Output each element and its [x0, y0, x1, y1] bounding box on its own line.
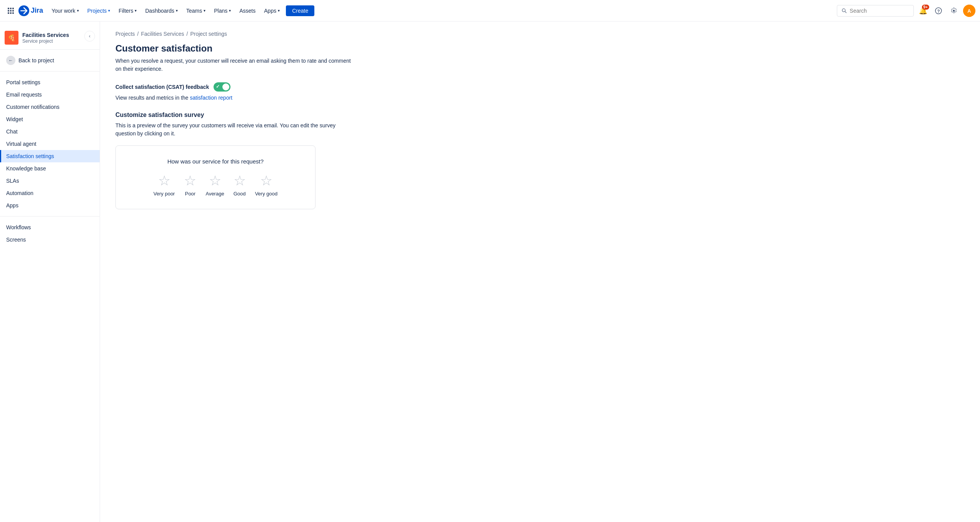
star-icon-2: ☆: [184, 174, 196, 188]
notifications-button[interactable]: 🔔 9+: [917, 5, 929, 17]
sidebar-nav-2: Workflows Screens: [0, 220, 100, 247]
chevron-down-icon: ▾: [135, 8, 137, 13]
svg-rect-3: [8, 10, 9, 12]
sidebar-item-automation[interactable]: Automation: [0, 187, 100, 199]
star-poor[interactable]: ☆ Poor: [184, 174, 196, 197]
star-very-poor[interactable]: ☆ Very poor: [154, 174, 175, 197]
nav-filters[interactable]: Filters ▾: [115, 5, 140, 16]
sidebar-item-screens[interactable]: Screens: [0, 233, 100, 246]
breadcrumb: Projects / Facilities Services / Project…: [115, 31, 965, 37]
sidebar-item-apps[interactable]: Apps: [0, 199, 100, 212]
sidebar: 🍕 Facilities Services Service project ‹ …: [0, 22, 100, 522]
survey-preview[interactable]: How was our service for this request? ☆ …: [115, 145, 316, 209]
create-button[interactable]: Create: [286, 5, 314, 16]
svg-rect-0: [8, 8, 9, 9]
svg-rect-1: [10, 8, 12, 9]
chevron-down-icon: ▾: [176, 8, 178, 13]
collect-row-description: View results and metrics in the satisfac…: [115, 95, 965, 101]
breadcrumb-current: Project settings: [190, 31, 227, 37]
csat-toggle[interactable]: ✓: [214, 82, 230, 92]
sidebar-item-virtual-agent[interactable]: Virtual agent: [0, 138, 100, 150]
main-content: Projects / Facilities Services / Project…: [100, 22, 980, 522]
settings-button[interactable]: [948, 5, 960, 17]
svg-text:?: ?: [937, 8, 940, 13]
notification-badge: 9+: [922, 5, 929, 10]
survey-section-title: Customize satisfaction survey: [115, 112, 965, 118]
nav-dashboards[interactable]: Dashboards ▾: [141, 5, 182, 16]
project-name: Facilities Services: [22, 32, 84, 38]
toggle-check-icon: ✓: [216, 84, 220, 89]
star-icon-5: ☆: [260, 174, 272, 188]
logo-text: Jira: [31, 7, 43, 15]
star-good[interactable]: ☆ Good: [234, 174, 246, 197]
svg-rect-4: [10, 10, 12, 12]
sidebar-item-email-requests[interactable]: Email requests: [0, 88, 100, 101]
star-label-4: Good: [234, 191, 246, 197]
search-input[interactable]: [850, 8, 909, 14]
back-label: Back to project: [18, 57, 54, 63]
sidebar-item-slas[interactable]: SLAs: [0, 175, 100, 187]
jira-logo[interactable]: Jira: [18, 5, 43, 16]
survey-question-text[interactable]: How was our service for this request?: [131, 158, 300, 165]
sidebar-item-satisfaction-settings[interactable]: Satisfaction settings: [0, 150, 100, 162]
sidebar-item-portal-settings[interactable]: Portal settings: [0, 76, 100, 88]
project-header: 🍕 Facilities Services Service project: [5, 31, 84, 45]
sidebar-collapse-button[interactable]: ‹: [84, 31, 95, 42]
star-icon-4: ☆: [234, 174, 246, 188]
sidebar-item-knowledge-base[interactable]: Knowledge base: [0, 162, 100, 175]
sidebar-item-workflows[interactable]: Workflows: [0, 221, 100, 233]
page-description: When you resolve a request, your custome…: [115, 57, 354, 73]
star-icon-1: ☆: [158, 174, 170, 188]
nav-teams[interactable]: Teams ▾: [182, 5, 209, 16]
nav-items: Your work ▾ Projects ▾ Filters ▾ Dashboa…: [48, 5, 835, 16]
svg-rect-2: [12, 8, 14, 9]
svg-rect-5: [12, 10, 14, 12]
collect-satisfaction-label: Collect satisfaction (CSAT) feedback: [115, 84, 209, 90]
sidebar-item-customer-notifications[interactable]: Customer notifications: [0, 101, 100, 113]
star-label-5: Very good: [255, 191, 278, 197]
nav-apps[interactable]: Apps ▾: [260, 5, 284, 16]
search-box[interactable]: [837, 5, 914, 17]
nav-assets[interactable]: Assets: [235, 5, 259, 16]
logo-icon: [18, 5, 29, 16]
sidebar-item-widget[interactable]: Widget: [0, 113, 100, 125]
sidebar-divider-1: [0, 49, 100, 50]
sidebar-divider-3: [0, 216, 100, 217]
survey-section-description: This is a preview of the survey your cus…: [115, 122, 354, 138]
svg-rect-6: [8, 12, 9, 14]
help-button[interactable]: ?: [932, 5, 945, 17]
star-icon-3: ☆: [209, 174, 221, 188]
star-label-1: Very poor: [154, 191, 175, 197]
nav-projects[interactable]: Projects ▾: [83, 5, 114, 16]
back-to-project-link[interactable]: ← Back to project: [0, 53, 100, 68]
sidebar-item-chat[interactable]: Chat: [0, 125, 100, 138]
project-icon: 🍕: [5, 31, 18, 45]
chevron-down-icon: ▾: [108, 8, 110, 13]
star-label-3: Average: [205, 191, 224, 197]
nav-your-work[interactable]: Your work ▾: [48, 5, 83, 16]
star-rating: ☆ Very poor ☆ Poor ☆ Average ☆ Good ☆: [131, 174, 300, 197]
chevron-down-icon: ▾: [278, 8, 280, 13]
star-average[interactable]: ☆ Average: [205, 174, 224, 197]
svg-rect-7: [10, 12, 12, 14]
page-title: Customer satisfaction: [115, 43, 965, 54]
grid-menu-button[interactable]: [5, 5, 17, 17]
breadcrumb-projects[interactable]: Projects: [115, 31, 135, 37]
nav-plans[interactable]: Plans ▾: [210, 5, 235, 16]
top-navigation: Jira Your work ▾ Projects ▾ Filters ▾ Da…: [0, 0, 980, 22]
sidebar-nav: Portal settings Email requests Customer …: [0, 75, 100, 213]
chevron-down-icon: ▾: [77, 8, 79, 13]
search-icon: [842, 8, 846, 13]
breadcrumb-facilities-services[interactable]: Facilities Services: [141, 31, 184, 37]
svg-rect-8: [12, 12, 14, 14]
star-very-good[interactable]: ☆ Very good: [255, 174, 278, 197]
project-type: Service project: [22, 38, 84, 44]
satisfaction-report-link[interactable]: satisfaction report: [190, 95, 233, 101]
back-arrow-icon: ←: [6, 56, 15, 65]
collect-satisfaction-row: Collect satisfaction (CSAT) feedback ✓: [115, 82, 965, 92]
app-body: 🍕 Facilities Services Service project ‹ …: [0, 22, 980, 522]
nav-right-actions: 🔔 9+ ?: [837, 5, 975, 17]
chevron-down-icon: ▾: [229, 8, 231, 13]
user-avatar[interactable]: [963, 5, 975, 17]
chevron-down-icon: ▾: [204, 8, 205, 13]
